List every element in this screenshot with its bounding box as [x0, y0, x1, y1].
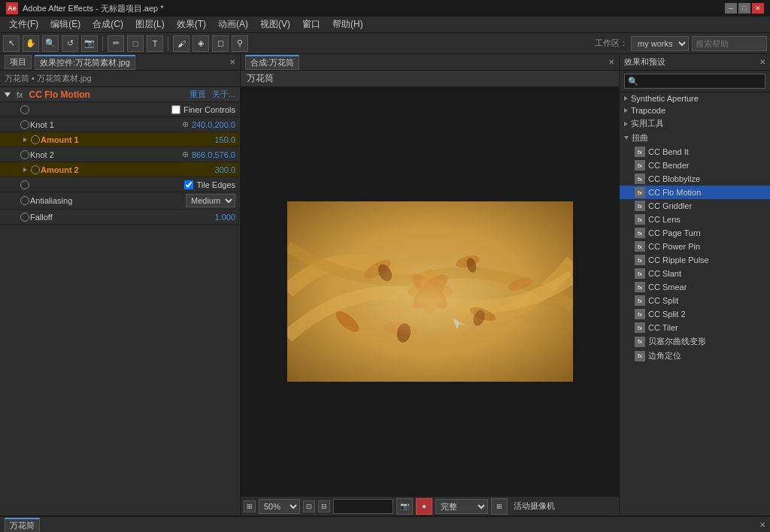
effect-expand-icon[interactable]: [5, 92, 11, 97]
effect-cc-blobbylize[interactable]: fx CC Blobbylize: [620, 172, 770, 186]
effect-cc-bend-it[interactable]: fx CC Bend It: [620, 145, 770, 159]
project-tab[interactable]: 项目: [5, 55, 32, 69]
amount1-expand[interactable]: [20, 135, 30, 145]
antialiasing-select[interactable]: Medium Low High: [186, 194, 235, 207]
tool-shape[interactable]: □: [127, 35, 144, 52]
effect-cc-split2[interactable]: fx CC Split 2: [620, 307, 770, 321]
comp-tab[interactable]: 合成:万花筒: [245, 55, 299, 70]
menu-help[interactable]: 帮助(H): [326, 17, 369, 32]
effect-cc-flo-motion[interactable]: fx CC Flo Motion: [620, 186, 770, 199]
knot1-value[interactable]: 240.0,200.0: [192, 120, 235, 129]
group-dt-expand-icon: [624, 136, 629, 140]
comp-grid-btn[interactable]: ⊞: [491, 498, 508, 515]
effect-controls-tab[interactable]: 效果控件:万花筒素材.jpg: [35, 55, 135, 70]
timeline-tab[interactable]: 万花筒: [5, 518, 40, 533]
zoom-select[interactable]: 50% 25% 100%: [259, 499, 300, 514]
reset-link[interactable]: 重置: [189, 89, 206, 100]
stopwatch-knot1[interactable]: [20, 119, 30, 130]
maximize-button[interactable]: □: [738, 3, 750, 14]
menu-window[interactable]: 窗口: [296, 17, 326, 32]
tool-eraser[interactable]: ◻: [212, 35, 229, 52]
finer-controls-checkbox[interactable]: [171, 105, 180, 114]
comp-resize-btn[interactable]: ⊟: [318, 500, 330, 512]
close-button[interactable]: ✕: [752, 3, 764, 14]
menu-effect[interactable]: 效果(T): [171, 17, 212, 32]
effects-search-input[interactable]: [624, 74, 765, 89]
comp-timecode-input[interactable]: 0:00:03:19: [333, 499, 393, 514]
tool-rotate[interactable]: ↺: [62, 35, 78, 52]
tile-edges-checkbox[interactable]: [184, 180, 193, 189]
tool-brush[interactable]: 🖌: [173, 35, 189, 52]
comp-snap-btn[interactable]: ⊞: [244, 500, 256, 512]
menu-layer[interactable]: 图层(L): [129, 17, 171, 32]
stopwatch-finer[interactable]: [20, 104, 30, 115]
panel-close-icon[interactable]: ✕: [229, 58, 235, 66]
cc-smear-icon: fx: [635, 282, 645, 292]
effect-cc-smear[interactable]: fx CC Smear: [620, 280, 770, 294]
tool-camera[interactable]: 📷: [81, 35, 98, 52]
stopwatch-amount1[interactable]: [30, 135, 41, 145]
workspace-select[interactable]: my works: [631, 36, 689, 51]
menu-edit[interactable]: 编辑(E): [44, 17, 86, 32]
tool-hand[interactable]: ✋: [23, 35, 39, 52]
effect-cc-bender[interactable]: fx CC Bender: [620, 159, 770, 172]
about-link[interactable]: 关于...: [212, 89, 235, 100]
amount2-value[interactable]: 300.0: [214, 165, 235, 174]
minimize-button[interactable]: ─: [725, 3, 737, 14]
comp-viewer[interactable]: [241, 87, 619, 496]
effect-cc-split[interactable]: fx CC Split: [620, 294, 770, 307]
workspace-label: 工作区：: [595, 38, 628, 49]
menu-animation[interactable]: 动画(A): [212, 17, 254, 32]
effect-cc-ripple-pulse-label: CC Ripple Pulse: [648, 255, 709, 264]
menu-view[interactable]: 视图(V): [254, 17, 296, 32]
effect-bezier[interactable]: fx 贝塞尔曲线变形: [620, 334, 770, 349]
group-synthetic-aperture-header[interactable]: Synthetic Aperture: [620, 92, 770, 104]
stopwatch-knot2[interactable]: [20, 150, 30, 160]
cc-lens-icon: fx: [635, 214, 645, 225]
effect-cc-griddler[interactable]: fx CC Griddler: [620, 199, 770, 213]
stopwatch-tile[interactable]: [20, 180, 30, 190]
tool-puppet[interactable]: ⚲: [232, 35, 248, 52]
stopwatch-antialiasing[interactable]: [20, 195, 30, 206]
effect-corner[interactable]: fx 边角定位: [620, 349, 770, 363]
menu-composition[interactable]: 合成(C): [86, 17, 129, 32]
tile-edges-checkbox-area: Tile Edges: [184, 180, 235, 189]
tool-pen[interactable]: ✏: [108, 35, 124, 52]
knot2-value[interactable]: 866.0,576.0: [192, 150, 235, 159]
finer-controls-checkbox-area: Finer Controls: [171, 105, 235, 114]
comp-fit-btn[interactable]: ⊡: [303, 500, 315, 512]
group-utility-header[interactable]: 实用工具: [620, 116, 770, 131]
effect-cc-bend-it-label: CC Bend It: [648, 147, 689, 156]
stopwatch-amount2[interactable]: [30, 165, 41, 175]
comp-snapshot-btn[interactable]: 📷: [396, 498, 413, 515]
stopwatch-falloff[interactable]: [20, 212, 30, 222]
effect-cc-slant[interactable]: fx CC Slant: [620, 267, 770, 280]
effects-panel-header: 项目 效果控件:万花筒素材.jpg ✕: [0, 54, 240, 71]
quality-select[interactable]: 完整 半屏 四分之一: [435, 499, 488, 514]
amount1-value[interactable]: 150.0: [214, 135, 235, 144]
effects-panel-close-icon[interactable]: ✕: [759, 58, 765, 66]
tool-select[interactable]: ↖: [3, 35, 20, 52]
cc-tiler-icon: fx: [635, 322, 645, 333]
tool-clone[interactable]: ◈: [192, 35, 209, 52]
effect-cc-tiler-label: CC Tiler: [648, 323, 678, 332]
menu-file[interactable]: 文件(F): [3, 17, 44, 32]
comp-panel-close[interactable]: ✕: [608, 58, 614, 66]
tool-zoom[interactable]: 🔍: [42, 35, 59, 52]
cc-slant-icon: fx: [635, 268, 645, 279]
amount2-expand[interactable]: [20, 165, 30, 175]
group-trapcode-header[interactable]: Trapcode: [620, 104, 770, 116]
effect-cc-power-pin[interactable]: fx CC Power Pin: [620, 240, 770, 253]
effect-cc-ripple-pulse[interactable]: fx CC Ripple Pulse: [620, 253, 770, 267]
effect-cc-tiler[interactable]: fx CC Tiler: [620, 321, 770, 334]
help-search-input[interactable]: [692, 36, 767, 51]
comp-name: 万花筒: [247, 72, 274, 85]
effect-name[interactable]: CC Flo Motion: [29, 89, 90, 100]
falloff-value[interactable]: 1.000: [214, 213, 235, 222]
tool-text[interactable]: T: [147, 35, 163, 52]
effect-cc-page-turn[interactable]: fx CC Page Turn: [620, 226, 770, 240]
timeline-close-icon[interactable]: ✕: [759, 521, 765, 529]
effect-cc-lens[interactable]: fx CC Lens: [620, 213, 770, 226]
group-distort-header[interactable]: 扭曲: [620, 131, 770, 145]
comp-color-btn[interactable]: ●: [416, 498, 432, 515]
